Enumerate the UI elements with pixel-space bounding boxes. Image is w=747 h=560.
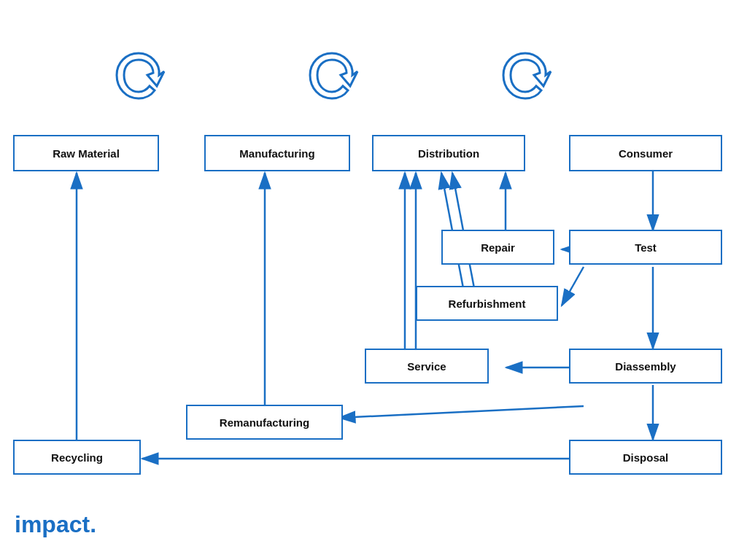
logo: impact. <box>15 511 96 538</box>
recycling-box: Recycling <box>13 440 141 475</box>
manufacturing-box: Manufacturing <box>204 135 350 171</box>
consumer-box: Consumer <box>569 135 722 171</box>
svg-line-4 <box>562 267 584 306</box>
distribution-box: Distribution <box>372 135 525 171</box>
service-box: Service <box>365 349 489 384</box>
diassembly-box: Diassembly <box>569 349 722 384</box>
recycle-icon-2 <box>303 50 361 101</box>
remanufacturing-box: Remanufacturing <box>186 405 343 440</box>
svg-line-14 <box>339 406 584 418</box>
recycle-icon-3 <box>496 50 554 101</box>
refurbishment-box: Refurbishment <box>416 286 558 321</box>
disposal-box: Disposal <box>569 440 722 475</box>
diagram: Raw Material Manufacturing Distribution … <box>0 0 747 560</box>
repair-box: Repair <box>441 230 554 265</box>
recycle-icon-1 <box>109 50 168 101</box>
raw-material-box: Raw Material <box>13 135 159 171</box>
test-box: Test <box>569 230 722 265</box>
